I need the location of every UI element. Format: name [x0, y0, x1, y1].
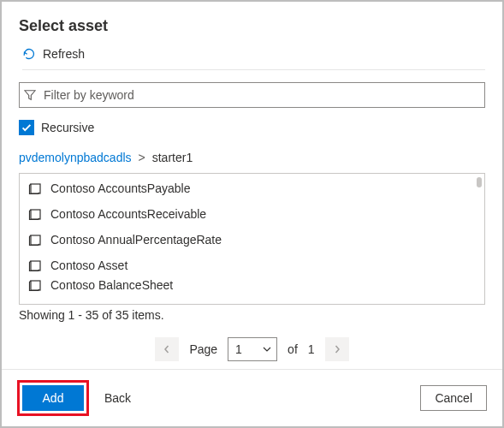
page-number: 1: [235, 342, 242, 356]
scrollbar-thumb[interactable]: [477, 177, 482, 187]
list-item[interactable]: Contoso BalanceSheet: [20, 278, 484, 292]
page-label: Page: [189, 342, 217, 356]
recursive-checkbox[interactable]: [19, 120, 34, 135]
dialog-footer: Add Back Cancel: [2, 369, 502, 426]
filter-icon: [24, 89, 36, 101]
list-item-label: Contoso AccountsPayable: [50, 181, 190, 195]
dataset-icon: [28, 181, 42, 195]
list-item[interactable]: Contoso Asset: [20, 253, 484, 278]
svg-rect-0: [31, 184, 40, 193]
dataset-icon: [28, 259, 42, 272]
asset-list[interactable]: Contoso AccountsPayable Contoso Accounts…: [19, 173, 485, 305]
list-item-label: Contoso BalanceSheet: [50, 278, 173, 292]
of-label: of: [288, 342, 298, 356]
chevron-left-icon: [163, 345, 171, 354]
chevron-right-icon: [333, 345, 341, 354]
recursive-label: Recursive: [41, 121, 94, 134]
svg-rect-1: [31, 210, 40, 219]
prev-page-button[interactable]: [155, 337, 179, 361]
list-item[interactable]: Contoso AccountsPayable: [20, 175, 484, 201]
add-button-highlight: Add: [17, 380, 89, 416]
dataset-icon: [28, 278, 42, 292]
filter-input[interactable]: [19, 82, 485, 108]
svg-rect-4: [31, 281, 40, 290]
list-item-label: Contoso Asset: [50, 259, 127, 272]
refresh-label: Refresh: [43, 47, 85, 61]
dataset-icon: [28, 233, 42, 247]
status-text: Showing 1 - 35 of 35 items.: [19, 308, 485, 322]
refresh-icon: [22, 47, 36, 61]
dataset-icon: [28, 207, 42, 221]
refresh-button[interactable]: Refresh: [22, 47, 485, 70]
breadcrumb-root[interactable]: pvdemolynpbadcadls: [19, 151, 132, 164]
dialog-body: Select asset Refresh: [2, 2, 502, 369]
total-pages: 1: [308, 342, 315, 356]
svg-rect-2: [31, 235, 40, 245]
breadcrumb-separator: >: [139, 151, 145, 164]
list-item[interactable]: Contoso AnnualPercentageRate: [20, 227, 484, 253]
next-page-button[interactable]: [325, 337, 349, 361]
list-item-label: Contoso AccountsReceivable: [50, 207, 206, 221]
page-select[interactable]: 1: [228, 337, 277, 361]
breadcrumb-current: starter1: [152, 151, 193, 164]
dialog-title: Select asset: [19, 17, 485, 35]
filter-field: [19, 82, 485, 108]
cancel-button[interactable]: Cancel: [420, 385, 487, 411]
list-item-label: Contoso AnnualPercentageRate: [50, 233, 222, 247]
add-button[interactable]: Add: [22, 385, 84, 411]
svg-rect-3: [31, 261, 40, 270]
recursive-option[interactable]: Recursive: [19, 120, 485, 135]
pagination: Page 1 of 1: [19, 337, 485, 361]
list-item[interactable]: Contoso AccountsReceivable: [20, 201, 484, 227]
select-asset-dialog: Select asset Refresh: [0, 0, 504, 428]
breadcrumb: pvdemolynpbadcadls > starter1: [19, 151, 485, 164]
back-button[interactable]: Back: [104, 391, 131, 405]
check-icon: [21, 122, 33, 134]
chevron-down-icon: [263, 345, 271, 354]
